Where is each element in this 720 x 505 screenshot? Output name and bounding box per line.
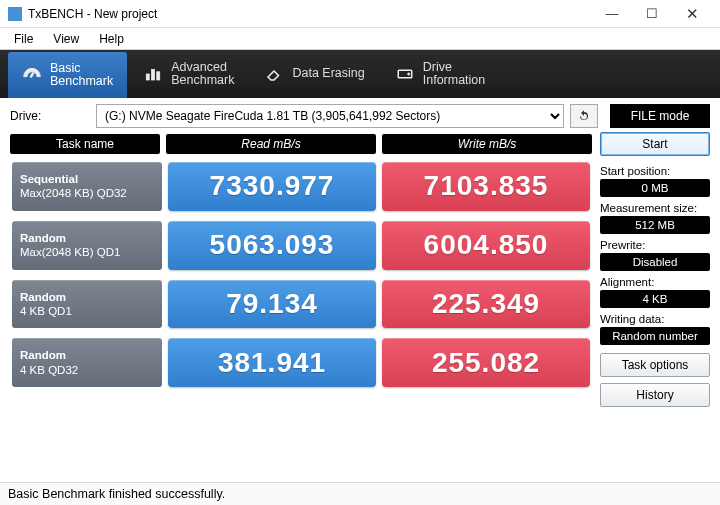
task-random-max-qd1: Random Max(2048 KB) QD1	[12, 221, 162, 270]
svg-point-5	[407, 73, 409, 75]
align-value[interactable]: 4 KB	[600, 290, 710, 308]
align-label: Alignment:	[600, 276, 710, 288]
results-panel: Task name Read mB/s Write mB/s Sequentia…	[10, 132, 592, 407]
header-write: Write mB/s	[382, 134, 592, 154]
titlebar: TxBENCH - New project — ☐ ✕	[0, 0, 720, 28]
menu-view[interactable]: View	[43, 30, 89, 48]
writing-label: Writing data:	[600, 313, 710, 325]
bench-row: Random 4 KB QD1 79.134 225.349	[10, 278, 592, 331]
svg-rect-0	[30, 72, 34, 77]
tab-drive-information[interactable]: Drive Information	[381, 50, 500, 98]
prewrite-value[interactable]: Disabled	[600, 253, 710, 271]
menu-file[interactable]: File	[4, 30, 43, 48]
eraser-icon	[264, 64, 284, 84]
app-icon	[8, 7, 22, 21]
history-button[interactable]: History	[600, 383, 710, 407]
meassize-value[interactable]: 512 MB	[600, 216, 710, 234]
column-headers: Task name Read mB/s Write mB/s	[10, 132, 592, 160]
close-button[interactable]: ✕	[672, 0, 712, 28]
tab-data-erasing[interactable]: Data Erasing	[250, 50, 378, 98]
startpos-label: Start position:	[600, 165, 710, 177]
tab-label: Advanced Benchmark	[171, 61, 234, 87]
maximize-button[interactable]: ☐	[632, 0, 672, 28]
startpos-value[interactable]: 0 MB	[600, 179, 710, 197]
window-title: TxBENCH - New project	[28, 7, 592, 21]
start-button[interactable]: Start	[600, 132, 710, 156]
drive-label: Drive:	[10, 109, 90, 123]
minimize-button[interactable]: —	[592, 0, 632, 28]
gauge-icon	[22, 65, 42, 85]
filemode-button[interactable]: FILE mode	[610, 104, 710, 128]
tab-label: Drive Information	[423, 61, 486, 87]
prewrite-label: Prewrite:	[600, 239, 710, 251]
meassize-label: Measurement size:	[600, 202, 710, 214]
header-taskname: Task name	[10, 134, 160, 154]
menubar: File View Help	[0, 28, 720, 50]
statusbar: Basic Benchmark finished successfully.	[0, 482, 720, 505]
task-random-4kb-qd1: Random 4 KB QD1	[12, 280, 162, 329]
bench-row: Sequential Max(2048 KB) QD32 7330.977 71…	[10, 160, 592, 213]
refresh-button[interactable]	[570, 104, 598, 128]
sidebar: Start Start position: 0 MB Measurement s…	[600, 132, 710, 407]
tab-advanced-benchmark[interactable]: Advanced Benchmark	[129, 50, 248, 98]
write-value: 255.082	[382, 338, 590, 387]
menu-help[interactable]: Help	[89, 30, 134, 48]
writing-value[interactable]: Random number	[600, 327, 710, 345]
task-random-4kb-qd32: Random 4 KB QD32	[12, 338, 162, 387]
bars-icon	[143, 64, 163, 84]
read-value: 5063.093	[168, 221, 376, 270]
drive-icon	[395, 64, 415, 84]
tabbar: Basic Benchmark Advanced Benchmark Data …	[0, 50, 720, 98]
drive-select[interactable]: (G:) NVMe Seagate FireCuda 1.81 TB (3,90…	[96, 104, 564, 128]
svg-rect-3	[157, 72, 160, 80]
read-value: 79.134	[168, 280, 376, 329]
tab-basic-benchmark[interactable]: Basic Benchmark	[8, 52, 127, 98]
tab-label: Data Erasing	[292, 67, 364, 80]
refresh-icon	[577, 109, 591, 123]
svg-rect-1	[146, 74, 149, 80]
task-options-button[interactable]: Task options	[600, 353, 710, 377]
drive-row: Drive: (G:) NVMe Seagate FireCuda 1.81 T…	[0, 98, 720, 132]
bench-row: Random 4 KB QD32 381.941 255.082	[10, 336, 592, 389]
tab-label: Basic Benchmark	[50, 62, 113, 88]
read-value: 7330.977	[168, 162, 376, 211]
svg-rect-2	[152, 70, 155, 81]
write-value: 7103.835	[382, 162, 590, 211]
bench-row: Random Max(2048 KB) QD1 5063.093 6004.85…	[10, 219, 592, 272]
read-value: 381.941	[168, 338, 376, 387]
write-value: 225.349	[382, 280, 590, 329]
write-value: 6004.850	[382, 221, 590, 270]
task-sequential-qd32: Sequential Max(2048 KB) QD32	[12, 162, 162, 211]
header-read: Read mB/s	[166, 134, 376, 154]
main-area: Task name Read mB/s Write mB/s Sequentia…	[0, 132, 720, 411]
